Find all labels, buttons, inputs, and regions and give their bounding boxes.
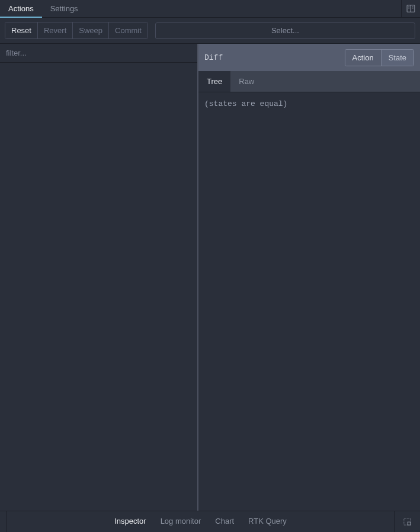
view-tabs: Tree Raw	[198, 71, 420, 92]
bottom-left-spacer	[0, 511, 7, 533]
tab-actions[interactable]: Actions	[0, 0, 42, 18]
bottom-tabs: Inspector Log monitor Chart RTK Query	[7, 511, 394, 533]
details-header: Diff Action State	[198, 44, 420, 71]
details-panel: Diff Action State Tree Raw (states are e…	[198, 44, 420, 511]
layout-button[interactable]	[394, 511, 420, 533]
action-view-button[interactable]: Action	[345, 50, 381, 66]
tab-settings[interactable]: Settings	[42, 0, 86, 18]
actions-list-panel	[0, 44, 198, 511]
tab-raw[interactable]: Raw	[230, 71, 262, 92]
view-mode-group: Action State	[345, 49, 415, 66]
reset-button[interactable]: Reset	[5, 22, 38, 38]
svg-rect-7	[408, 522, 411, 525]
action-button-group: Reset Revert Sweep Commit	[5, 22, 148, 39]
tab-log-monitor[interactable]: Log monitor	[153, 511, 209, 533]
tab-inspector[interactable]: Inspector	[107, 511, 153, 533]
commit-button[interactable]: Commit	[109, 22, 148, 38]
tab-tree[interactable]: Tree	[198, 71, 230, 92]
tab-rtk-query[interactable]: RTK Query	[241, 511, 294, 533]
main-area: Diff Action State Tree Raw (states are e…	[0, 44, 420, 511]
bottom-bar: Inspector Log monitor Chart RTK Query	[0, 511, 420, 532]
layout-icon	[403, 517, 412, 526]
top-tabs: Actions Settings	[0, 0, 420, 18]
diff-label: Diff	[204, 53, 345, 62]
sweep-button[interactable]: Sweep	[73, 22, 109, 38]
docs-button[interactable]	[401, 0, 420, 18]
svg-rect-6	[404, 518, 411, 525]
revert-button[interactable]: Revert	[38, 22, 73, 38]
tab-chart[interactable]: Chart	[208, 511, 241, 533]
state-view-button[interactable]: State	[381, 50, 413, 66]
filter-input[interactable]	[0, 44, 197, 63]
book-icon	[406, 4, 416, 14]
instance-select[interactable]: Select...	[155, 22, 415, 39]
actions-toolbar: Reset Revert Sweep Commit Select...	[0, 18, 420, 44]
diff-body: (states are equal)	[198, 92, 420, 511]
